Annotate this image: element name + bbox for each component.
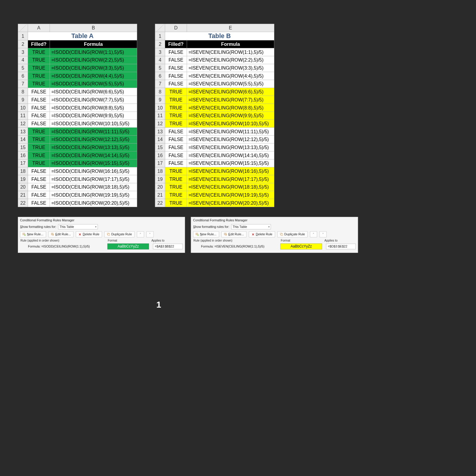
row-header[interactable]: 21 <box>155 191 165 199</box>
cell-formula[interactable]: =ISODD(CEILING(ROW(15:15),5)/5) <box>50 159 137 167</box>
cell-formula[interactable]: =ISODD(CEILING(ROW(4:4),5)/5) <box>50 72 137 80</box>
cell-filled[interactable]: FALSE <box>165 143 187 151</box>
row-header[interactable]: 11 <box>18 112 28 120</box>
cell-formula[interactable]: =ISEVEN(CEILING(ROW(12:12),5)/5) <box>187 135 274 143</box>
applies-to-input[interactable]: =$A$3:$B$22 <box>153 244 183 249</box>
cell-filled[interactable]: TRUE <box>165 175 187 183</box>
cell-filled[interactable]: TRUE <box>28 143 50 151</box>
row-header[interactable]: 3 <box>155 48 165 56</box>
scope-dropdown[interactable]: This Table ▾ <box>58 224 98 229</box>
cell-formula[interactable]: =ISEVEN(CEILING(ROW(13:13),5)/5) <box>187 143 274 151</box>
cell-filled[interactable]: TRUE <box>165 112 187 120</box>
cell-formula[interactable]: =ISODD(CEILING(ROW(7:7),5)/5) <box>50 96 137 104</box>
row-header[interactable]: 5 <box>155 64 165 72</box>
rule-row[interactable]: Formula: =ISEVEN(CEILING(ROW(1:1),5)/5) … <box>201 243 356 249</box>
cell-filled[interactable]: FALSE <box>165 80 187 88</box>
cell-filled[interactable]: FALSE <box>28 104 50 112</box>
row-header[interactable]: 5 <box>18 64 28 72</box>
cell-filled[interactable]: FALSE <box>28 191 50 199</box>
cell-filled[interactable]: FALSE <box>165 151 187 159</box>
cell-filled[interactable]: TRUE <box>28 80 50 88</box>
row-header[interactable]: 11 <box>155 112 165 120</box>
cell-formula[interactable]: =ISEVEN(CEILING(ROW(7:7),5)/5) <box>187 96 274 104</box>
row-header[interactable]: 2 <box>155 40 165 48</box>
cell-filled[interactable]: FALSE <box>165 64 187 72</box>
cell-filled[interactable]: TRUE <box>28 48 50 56</box>
row-header[interactable]: 17 <box>155 159 165 167</box>
applies-to-input[interactable]: =$D$3:$E$22 <box>326 244 356 249</box>
cell-formula[interactable]: =ISODD(CEILING(ROW(3:3),5)/5) <box>50 64 137 72</box>
cell-filled[interactable]: TRUE <box>28 64 50 72</box>
new-rule-button[interactable]: New Rule... <box>20 231 46 237</box>
row-header[interactable]: 18 <box>155 167 165 175</box>
row-header[interactable]: 20 <box>155 183 165 191</box>
row-header[interactable]: 7 <box>155 80 165 88</box>
cell-filled[interactable]: TRUE <box>165 104 187 112</box>
move-down-button[interactable]: ˅ <box>320 231 327 237</box>
duplicate-rule-button[interactable]: Duplicate Rule <box>277 231 307 237</box>
cell-filled[interactable]: FALSE <box>28 183 50 191</box>
row-header[interactable]: 14 <box>18 135 28 143</box>
cell-filled[interactable]: TRUE <box>165 96 187 104</box>
row-header[interactable]: 19 <box>18 175 28 183</box>
cell-formula[interactable]: =ISODD(CEILING(ROW(16:16),5)/5) <box>50 167 137 175</box>
row-header[interactable]: 15 <box>155 143 165 151</box>
cell-formula[interactable]: =ISEVEN(CEILING(ROW(10:10),5)/5) <box>187 120 274 128</box>
row-header[interactable]: 12 <box>18 120 28 128</box>
cell-formula[interactable]: =ISEVEN(CEILING(ROW(19:19),5)/5) <box>187 191 274 199</box>
select-all-corner[interactable] <box>18 24 28 32</box>
cell-formula[interactable]: =ISODD(CEILING(ROW(14:14),5)/5) <box>50 151 137 159</box>
cell-formula[interactable]: =ISODD(CEILING(ROW(12:12),5)/5) <box>50 135 137 143</box>
duplicate-rule-button[interactable]: Duplicate Rule <box>104 231 134 237</box>
cell-filled[interactable]: FALSE <box>28 88 50 96</box>
cell-formula[interactable]: =ISODD(CEILING(ROW(8:8),5)/5) <box>50 104 137 112</box>
cell-formula[interactable]: =ISEVEN(CEILING(ROW(9:9),5)/5) <box>187 112 274 120</box>
cell-filled[interactable]: FALSE <box>28 120 50 128</box>
cell-formula[interactable]: =ISEVEN(CEILING(ROW(2:2),5)/5) <box>187 56 274 64</box>
edit-rule-button[interactable]: Edit Rule... <box>48 231 73 237</box>
row-header[interactable]: 22 <box>155 199 165 207</box>
row-header[interactable]: 4 <box>18 56 28 64</box>
cell-formula[interactable]: =ISEVEN(CEILING(ROW(8:8),5)/5) <box>187 104 274 112</box>
row-header[interactable]: 12 <box>155 120 165 128</box>
row-header[interactable]: 10 <box>155 104 165 112</box>
row-header[interactable]: 8 <box>18 88 28 96</box>
cell-formula[interactable]: =ISEVEN(CEILING(ROW(5:5),5)/5) <box>187 80 274 88</box>
scope-dropdown[interactable]: This Table ▾ <box>231 224 271 229</box>
delete-rule-button[interactable]: ✕ Delete Rule <box>249 231 275 237</box>
cell-formula[interactable]: =ISODD(CEILING(ROW(9:9),5)/5) <box>50 112 137 120</box>
column-header[interactable]: E <box>187 24 274 32</box>
cell-formula[interactable]: =ISEVEN(CEILING(ROW(20:20),5)/5) <box>187 199 274 207</box>
move-down-button[interactable]: ˅ <box>146 231 154 237</box>
cell-filled[interactable]: TRUE <box>165 191 187 199</box>
cell-filled[interactable]: TRUE <box>28 56 50 64</box>
cell-formula[interactable]: =ISEVEN(CEILING(ROW(14:14),5)/5) <box>187 151 274 159</box>
select-all-corner[interactable] <box>155 24 165 32</box>
row-header[interactable]: 9 <box>18 96 28 104</box>
cell-filled[interactable]: FALSE <box>28 167 50 175</box>
column-header[interactable]: B <box>50 24 137 32</box>
row-header[interactable]: 20 <box>18 183 28 191</box>
cell-formula[interactable]: =ISODD(CEILING(ROW(19:19),5)/5) <box>50 191 137 199</box>
rule-row[interactable]: Formula: =ISODD(CEILING(ROW(1:1),5)/5) A… <box>28 243 183 249</box>
row-header[interactable]: 4 <box>155 56 165 64</box>
cell-filled[interactable]: FALSE <box>28 112 50 120</box>
cell-formula[interactable]: =ISEVEN(CEILING(ROW(16:16),5)/5) <box>187 167 274 175</box>
row-header[interactable]: 3 <box>18 48 28 56</box>
cell-filled[interactable]: FALSE <box>28 175 50 183</box>
cell-filled[interactable]: TRUE <box>28 72 50 80</box>
delete-rule-button[interactable]: ✕ Delete Rule <box>76 231 102 237</box>
row-header[interactable]: 2 <box>18 40 28 48</box>
row-header[interactable]: 10 <box>18 104 28 112</box>
row-header[interactable]: 18 <box>18 167 28 175</box>
cell-filled[interactable]: TRUE <box>28 128 50 136</box>
row-header[interactable]: 16 <box>18 151 28 159</box>
move-up-button[interactable]: ˄ <box>137 231 144 237</box>
row-header[interactable]: 6 <box>155 72 165 80</box>
cell-formula[interactable]: =ISODD(CEILING(ROW(17:17),5)/5) <box>50 175 137 183</box>
move-up-button[interactable]: ˄ <box>310 231 317 237</box>
cell-filled[interactable]: FALSE <box>28 96 50 104</box>
cell-filled[interactable]: FALSE <box>165 128 187 136</box>
row-header[interactable]: 1 <box>155 32 165 40</box>
cell-filled[interactable]: FALSE <box>165 48 187 56</box>
